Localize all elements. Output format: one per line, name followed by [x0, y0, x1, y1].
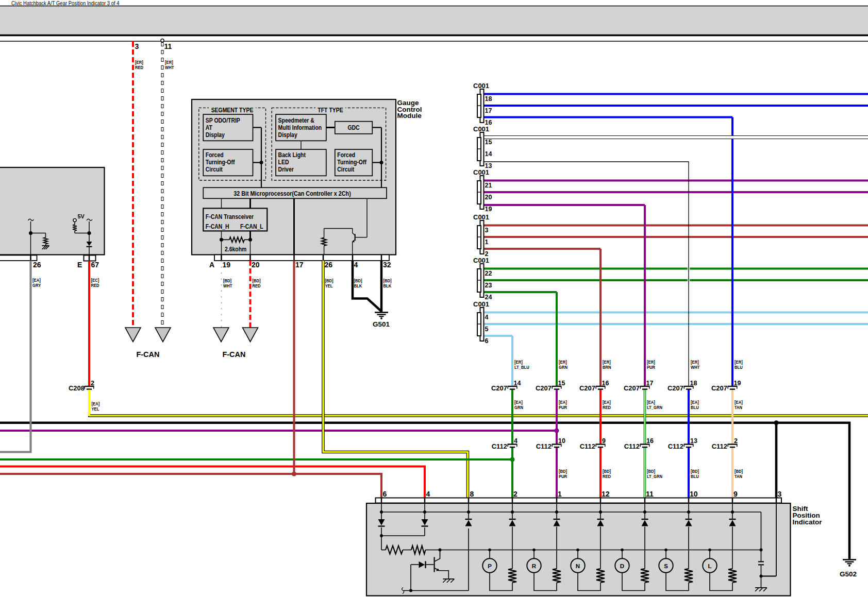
svg-text:C207: C207	[536, 384, 552, 392]
svg-text:26: 26	[325, 261, 333, 269]
svg-text:8: 8	[470, 490, 474, 498]
svg-text:17: 17	[295, 261, 304, 269]
svg-text:SEGMENT TYPE: SEGMENT TYPE	[211, 107, 254, 113]
svg-text:C207: C207	[711, 384, 727, 392]
svg-text:11: 11	[646, 490, 654, 498]
svg-text:SP ODO/TRIP: SP ODO/TRIP	[206, 117, 240, 124]
svg-text:4: 4	[426, 490, 430, 498]
svg-text:C112: C112	[668, 442, 683, 450]
svg-text:AT: AT	[206, 124, 212, 131]
svg-text:12: 12	[602, 490, 610, 498]
svg-text:TAN: TAN	[735, 404, 742, 410]
svg-text:PUR: PUR	[559, 404, 567, 410]
svg-text:RED: RED	[91, 282, 99, 288]
svg-text:10: 10	[558, 437, 565, 445]
svg-text:C112: C112	[492, 442, 507, 450]
svg-text:4: 4	[354, 261, 358, 269]
svg-text:13: 13	[690, 437, 697, 445]
svg-text:Circuit: Circuit	[337, 166, 354, 173]
svg-text:C001: C001	[473, 82, 489, 90]
svg-text:N: N	[576, 563, 580, 569]
svg-text:23: 23	[485, 282, 492, 289]
svg-text:YEL: YEL	[92, 406, 99, 412]
svg-text:G501: G501	[373, 320, 390, 328]
svg-text:21: 21	[485, 182, 492, 189]
svg-text:9: 9	[602, 437, 606, 445]
svg-text:3: 3	[135, 42, 139, 50]
svg-text:3: 3	[778, 490, 782, 498]
svg-text:C001: C001	[473, 300, 489, 308]
svg-text:C112: C112	[536, 442, 552, 450]
svg-text:Back Light: Back Light	[278, 151, 306, 158]
svg-text:Display: Display	[278, 131, 298, 138]
svg-text:D: D	[620, 563, 624, 569]
svg-text:C208: C208	[69, 384, 85, 392]
svg-text:LT_GRN: LT_GRN	[647, 473, 662, 479]
svg-text:16: 16	[602, 380, 609, 387]
svg-text:18: 18	[690, 380, 697, 387]
svg-text:YEL: YEL	[325, 283, 333, 288]
svg-text:2: 2	[734, 437, 738, 445]
svg-text:20: 20	[485, 194, 492, 201]
svg-text:GRY: GRY	[32, 282, 41, 288]
svg-text:GDC: GDC	[347, 124, 359, 131]
svg-text:BLU: BLU	[735, 364, 743, 370]
svg-text:WHT: WHT	[691, 364, 699, 370]
svg-text:15: 15	[558, 380, 565, 387]
svg-text:G502: G502	[840, 570, 857, 578]
svg-text:1: 1	[485, 238, 489, 246]
svg-text:17: 17	[646, 380, 654, 387]
svg-text:F-CAN: F-CAN	[136, 350, 159, 359]
svg-text:BLU: BLU	[691, 404, 699, 410]
svg-text:LT_GRN: LT_GRN	[647, 404, 662, 410]
svg-text:Display: Display	[206, 131, 225, 138]
svg-text:Civic Hatchback A/T Gear Posit: Civic Hatchback A/T Gear Position Indica…	[11, 0, 120, 6]
svg-text:Forced: Forced	[337, 151, 355, 158]
svg-text:TFT TYPE: TFT TYPE	[318, 107, 343, 113]
svg-text:C112: C112	[624, 442, 640, 450]
svg-text:24: 24	[485, 294, 492, 301]
svg-text:5: 5	[485, 326, 489, 333]
svg-text:BLK: BLK	[383, 283, 392, 288]
svg-text:C001: C001	[473, 125, 489, 133]
svg-text:C112: C112	[712, 442, 727, 450]
svg-text:Driver: Driver	[278, 166, 294, 173]
svg-text:LED: LED	[278, 159, 289, 165]
svg-text:E: E	[77, 261, 82, 269]
svg-text:14: 14	[514, 380, 521, 387]
svg-text:2: 2	[91, 380, 94, 387]
svg-text:BRN: BRN	[603, 364, 611, 370]
svg-text:C207: C207	[579, 384, 595, 392]
svg-text:5V: 5V	[78, 213, 85, 219]
svg-text:RED: RED	[603, 473, 611, 479]
svg-text:32: 32	[383, 261, 391, 269]
svg-text:TAN: TAN	[735, 473, 742, 479]
svg-text:PUR: PUR	[559, 473, 567, 479]
svg-text:19: 19	[485, 206, 492, 213]
svg-text:F-CAN: F-CAN	[222, 350, 245, 359]
svg-text:Circuit: Circuit	[206, 166, 223, 173]
svg-text:P: P	[488, 563, 492, 569]
svg-text:1: 1	[558, 490, 562, 498]
svg-text:WHT: WHT	[223, 283, 232, 288]
svg-text:26: 26	[33, 261, 41, 269]
svg-text:RED: RED	[603, 404, 611, 410]
svg-text:19: 19	[734, 380, 741, 387]
svg-text:16: 16	[646, 437, 654, 445]
svg-text:BLU: BLU	[691, 473, 699, 479]
svg-text:15: 15	[485, 139, 492, 146]
svg-text:14: 14	[485, 150, 492, 158]
svg-text:3: 3	[485, 227, 489, 234]
svg-text:F-CAN_L: F-CAN_L	[240, 223, 263, 230]
svg-text:Turning-Off: Turning-Off	[206, 159, 235, 165]
svg-text:WHT: WHT	[165, 64, 174, 70]
svg-text:22: 22	[485, 270, 492, 277]
svg-text:C207: C207	[491, 384, 507, 392]
svg-text:C001: C001	[473, 257, 489, 264]
svg-text:Module: Module	[397, 112, 422, 120]
svg-text:Multi Information: Multi Information	[278, 124, 322, 131]
svg-text:R: R	[532, 563, 537, 569]
svg-text:PUR: PUR	[647, 364, 655, 370]
svg-text:L: L	[708, 563, 711, 569]
svg-text:19: 19	[223, 261, 231, 269]
